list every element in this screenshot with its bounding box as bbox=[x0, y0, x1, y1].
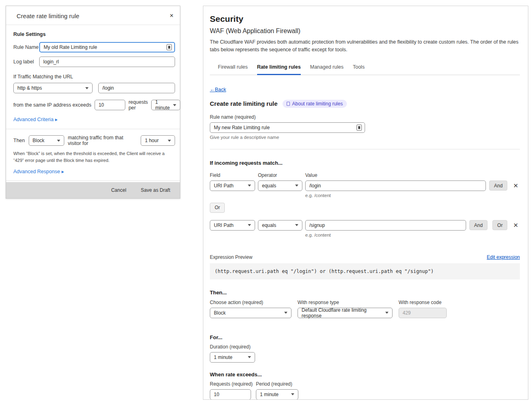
chevron-down-icon bbox=[385, 312, 388, 314]
duration-select[interactable]: 1 minute bbox=[210, 352, 255, 363]
operator-select[interactable]: equals bbox=[258, 220, 302, 231]
block-duration-select[interactable]: 1 hour bbox=[141, 135, 175, 146]
scheme-select[interactable]: http & https bbox=[13, 83, 93, 93]
rule-name-label: Rule Name bbox=[13, 44, 39, 50]
operator-label: Operator bbox=[258, 172, 305, 178]
divider bbox=[6, 129, 180, 129]
remove-row-icon[interactable]: ✕ bbox=[511, 182, 520, 189]
chevron-down-icon bbox=[248, 224, 251, 226]
chevron-down-icon bbox=[57, 140, 60, 142]
choose-action-label: Choose action (required) bbox=[210, 300, 298, 305]
or-button[interactable]: Or bbox=[492, 220, 507, 230]
requests-per-text: requests per bbox=[129, 99, 148, 111]
dialog-title: Create rate limiting rule bbox=[17, 13, 79, 19]
choose-action-value: Block bbox=[214, 310, 226, 316]
traffic-match-heading: If Traffic Matching the URL bbox=[13, 74, 175, 80]
rule-name-input[interactable] bbox=[39, 42, 175, 52]
waf-tabs: Firewall rules Rate limiting rules Manag… bbox=[210, 62, 520, 75]
page-title: Security bbox=[210, 14, 520, 24]
and-button[interactable]: And bbox=[469, 220, 488, 230]
block-note: When “Block” is set, when the threshold … bbox=[13, 150, 175, 164]
and-button[interactable]: And bbox=[489, 180, 507, 191]
chevron-down-icon bbox=[168, 140, 171, 142]
chevron-down-icon bbox=[248, 356, 251, 358]
url-match-row: http & https bbox=[13, 83, 175, 93]
dialog-footer: Cancel Save as Draft bbox=[6, 182, 180, 198]
expression-code: (http.request.uri.path eq "/login") or (… bbox=[210, 263, 520, 279]
cancel-button[interactable]: Cancel bbox=[111, 187, 126, 193]
requests-input[interactable] bbox=[210, 389, 251, 400]
response-type-value: Default Cloudflare rate limiting respons… bbox=[302, 307, 382, 319]
rule-settings-heading: Rule Settings bbox=[13, 31, 175, 37]
value-label: Value bbox=[305, 172, 317, 178]
field-select[interactable]: URI Path bbox=[210, 220, 255, 231]
match-row: URI Path equals And Or ✕ bbox=[210, 220, 520, 231]
field-label: Field bbox=[210, 172, 258, 178]
match-heading: If incoming requests match... bbox=[210, 160, 520, 166]
response-type-select[interactable]: Default Cloudflare rate limiting respons… bbox=[298, 308, 393, 318]
advanced-criteria-label: Advanced Criteria bbox=[13, 117, 53, 122]
back-label: Back bbox=[215, 87, 226, 92]
save-as-draft-button[interactable]: Save as Draft bbox=[141, 187, 170, 193]
close-icon[interactable]: × bbox=[170, 12, 173, 19]
field-select[interactable]: URI Path bbox=[210, 180, 255, 191]
value-input[interactable] bbox=[305, 180, 486, 191]
page-description: The Cloudflare WAF provides both automat… bbox=[210, 38, 520, 54]
log-label-input[interactable] bbox=[39, 57, 175, 67]
rate-period-value: 1 minute bbox=[260, 392, 279, 397]
about-badge-label: About rate limiting rules bbox=[292, 101, 343, 107]
action-select[interactable]: Block bbox=[29, 135, 64, 146]
requests-input[interactable] bbox=[95, 100, 125, 110]
form-title-row: Create rate limiting rule About rate lim… bbox=[210, 100, 520, 108]
rate-period-select[interactable]: 1 minute bbox=[256, 389, 298, 400]
operator-value: equals bbox=[262, 183, 276, 189]
tab-tools[interactable]: Tools bbox=[353, 62, 365, 75]
page-subtitle: WAF (Web Application Firewall) bbox=[210, 27, 520, 35]
back-link[interactable]: ←Back bbox=[210, 87, 226, 92]
value-input[interactable] bbox=[305, 220, 466, 231]
rule-name-input[interactable] bbox=[210, 122, 365, 133]
edit-expression-link[interactable]: Edit expression bbox=[487, 254, 520, 260]
duration-label: Duration (required) bbox=[210, 344, 520, 350]
form-title: Create rate limiting rule bbox=[210, 100, 278, 107]
exceeds-text: from the same IP address exceeds bbox=[13, 102, 91, 108]
tab-firewall-rules[interactable]: Firewall rules bbox=[218, 62, 248, 75]
dialog-header: Create rate limiting rule × bbox=[6, 6, 180, 25]
operator-select[interactable]: equals bbox=[258, 180, 302, 191]
choose-action-select[interactable]: Block bbox=[210, 308, 291, 318]
then-label: Then bbox=[13, 138, 25, 143]
expression-preview-label: Expression Preview bbox=[210, 254, 252, 260]
for-heading: For... bbox=[210, 334, 520, 340]
autofill-icon bbox=[357, 124, 362, 130]
rule-name-row: Rule Name bbox=[13, 42, 175, 52]
create-rate-limit-dialog: Create rate limiting rule × Rule Setting… bbox=[6, 6, 180, 199]
threshold-row: from the same IP address exceeds request… bbox=[13, 99, 175, 111]
field-value: URI Path bbox=[214, 222, 234, 228]
expression-header: Expression Preview Edit expression bbox=[210, 254, 520, 260]
divider bbox=[210, 149, 520, 149]
period-select[interactable]: 1 minute bbox=[151, 100, 180, 110]
chevron-down-icon bbox=[291, 393, 294, 395]
field-value: URI Path bbox=[214, 183, 234, 189]
about-rate-limiting-badge[interactable]: About rate limiting rules bbox=[283, 100, 347, 108]
chevron-down-icon bbox=[295, 185, 298, 187]
or-button[interactable]: Or bbox=[210, 203, 225, 213]
remove-row-icon[interactable]: ✕ bbox=[511, 222, 520, 229]
advanced-criteria-link[interactable]: Advanced Criteria ▶ bbox=[13, 117, 58, 122]
tab-managed-rules[interactable]: Managed rules bbox=[310, 62, 344, 75]
tab-rate-limiting-rules[interactable]: Rate limiting rules bbox=[257, 62, 301, 75]
chevron-down-icon bbox=[248, 185, 251, 187]
then-labels-row: Choose action (required) With response t… bbox=[210, 300, 520, 305]
arrow-left-icon: ← bbox=[210, 87, 215, 92]
rule-name-help: Give your rule a descriptive name bbox=[210, 135, 520, 140]
response-code-label: With response code bbox=[399, 300, 441, 305]
url-input[interactable] bbox=[98, 83, 175, 93]
value-hint: e.g. /content bbox=[305, 233, 520, 237]
dialog-body: Rule Settings Rule Name Log label If Tra… bbox=[6, 25, 180, 193]
chevron-down-icon bbox=[295, 224, 298, 226]
autofill-icon bbox=[167, 44, 172, 50]
then-row: Then Block matching traffic from that vi… bbox=[13, 135, 175, 146]
scheme-value: http & https bbox=[17, 85, 42, 91]
rate-controls-row: 1 minute bbox=[210, 389, 520, 400]
advanced-response-link[interactable]: Advanced Response ▶ bbox=[13, 169, 64, 174]
